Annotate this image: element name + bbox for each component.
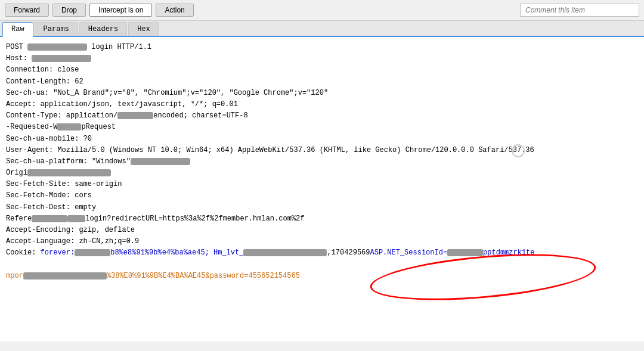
- referer-line: Refere login?redirectURL=https%3a%2f%2fm…: [6, 213, 638, 225]
- comment-input[interactable]: [520, 4, 639, 17]
- redacted-platform: [131, 158, 190, 165]
- tab-bar: Raw Params Headers Hex: [0, 21, 644, 37]
- accept-language-line: Accept-Language: zh-CN,zh;q=0.9: [6, 236, 638, 247]
- circle-indicator: [512, 144, 525, 157]
- toolbar: Forward Drop Intercept is on Action: [0, 0, 644, 21]
- redacted-xr: [57, 123, 81, 131]
- cookie-mid: b8%e8%91%9b%e4%ba%ae45; Hm_lvt_: [110, 249, 243, 257]
- connection-line: Connection: close: [6, 64, 638, 76]
- intercept-button[interactable]: Intercept is on: [89, 4, 152, 17]
- redacted-origin: [27, 169, 111, 176]
- accept-encoding-line: Accept-Encoding: gzip, deflate: [6, 225, 638, 236]
- cookie-end: pptdmmzrk1te: [483, 249, 534, 257]
- forward-button[interactable]: Forward: [5, 4, 49, 17]
- cookie-asp: ASP.NET_SessionId=: [370, 249, 447, 257]
- x-requested-line: -Requested-W pRequest: [6, 122, 638, 133]
- content-type-line: Content-Type: application/ encoded; char…: [6, 110, 638, 122]
- sec-ch-mobile-line: Sec-ch-ua-mobile: ?0: [6, 133, 638, 145]
- body-line: mpor %38%E8%91%9B%E4%BA%AE45&password=45…: [6, 271, 638, 282]
- redacted-url: [27, 44, 87, 51]
- tab-headers[interactable]: Headers: [79, 22, 127, 36]
- redacted-ct: [117, 112, 153, 119]
- redacted-cookie1: [75, 249, 110, 256]
- origin-line: Origi: [6, 167, 638, 179]
- redacted-referer2: [67, 215, 85, 222]
- sec-ch-platform-line: Sec-ch-ua-platform: "Windows": [6, 156, 638, 167]
- redacted-body: [23, 272, 107, 279]
- tab-params[interactable]: Params: [35, 22, 78, 36]
- redacted-host: [32, 55, 91, 62]
- cookie-forever-label: forever:: [41, 249, 75, 257]
- redacted-cookie2: [243, 249, 327, 256]
- sec-fetch-site-line: Sec-Fetch-Site: same-origin: [6, 179, 638, 190]
- request-content: POST login HTTP/1.1 Host: Connection: cl…: [0, 37, 644, 341]
- redacted-cookie3: [447, 249, 483, 256]
- cookie-line: Cookie: forever: b8%e8%91%9b%e4%ba%ae45;…: [6, 247, 638, 259]
- method-line: POST login HTTP/1.1: [6, 42, 638, 53]
- tab-raw[interactable]: Raw: [2, 22, 33, 37]
- redacted-referer1: [32, 215, 67, 222]
- action-button[interactable]: Action: [156, 4, 193, 17]
- sec-fetch-mode-line: Sec-Fetch-Mode: cors: [6, 190, 638, 201]
- sec-ch-ua-line: Sec-ch-ua: "Not_A Brand";v="8", "Chromiu…: [6, 88, 638, 99]
- drop-button[interactable]: Drop: [52, 4, 86, 17]
- user-agent-line: User-Agent: Mozilla/5.0 (Windows NT 10.0…: [6, 145, 638, 156]
- tab-hex[interactable]: Hex: [128, 22, 159, 36]
- accept-line: Accept: application/json, text/javascrip…: [6, 99, 638, 110]
- host-line: Host:: [6, 53, 638, 64]
- content-length-line: Content-Length: 62: [6, 76, 638, 88]
- sec-fetch-dest-line: Sec-Fetch-Dest: empty: [6, 202, 638, 213]
